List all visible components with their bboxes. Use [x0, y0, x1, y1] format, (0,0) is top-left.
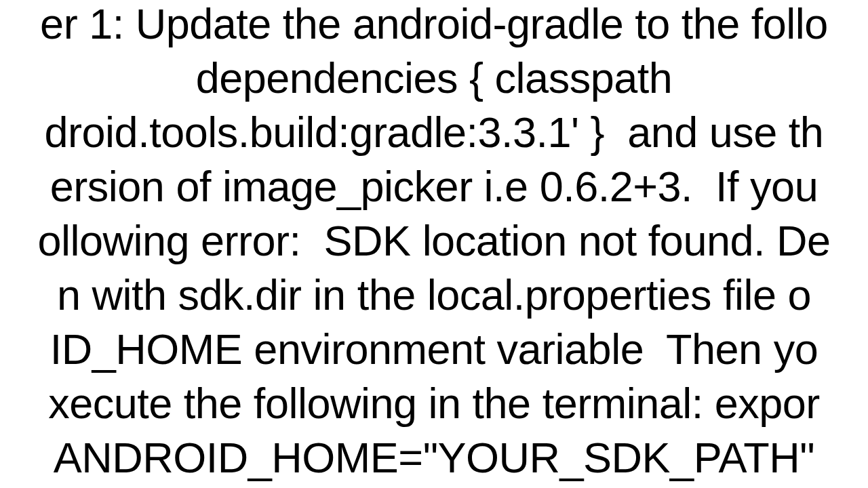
document-text: er 1: Update the android-gradle to the f… [0, 0, 868, 485]
